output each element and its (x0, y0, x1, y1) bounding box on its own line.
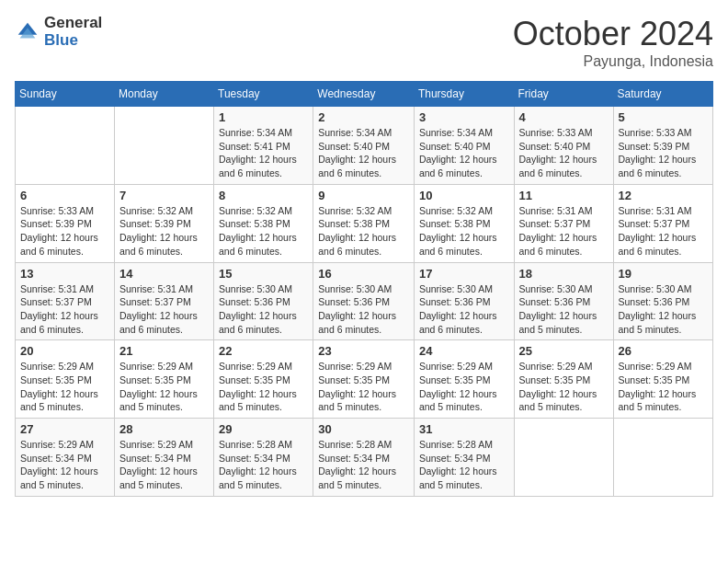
day-info: Sunrise: 5:32 AM Sunset: 5:38 PM Dayligh… (219, 204, 308, 259)
day-info: Sunrise: 5:34 AM Sunset: 5:40 PM Dayligh… (318, 126, 409, 180)
day-info: Sunrise: 5:34 AM Sunset: 5:41 PM Dayligh… (219, 126, 308, 180)
weekday-header: Thursday (414, 82, 514, 107)
calendar-cell: 15Sunrise: 5:30 AM Sunset: 5:36 PM Dayli… (214, 262, 313, 340)
calendar-cell: 23Sunrise: 5:29 AM Sunset: 5:35 PM Dayli… (313, 340, 415, 419)
day-number: 31 (419, 422, 509, 436)
calendar-cell: 20Sunrise: 5:29 AM Sunset: 5:35 PM Dayli… (16, 340, 115, 419)
day-info: Sunrise: 5:29 AM Sunset: 5:35 PM Dayligh… (20, 360, 109, 414)
page-header: General Blue October 2024 Payunga, Indon… (15, 15, 713, 70)
calendar-cell: 3Sunrise: 5:34 AM Sunset: 5:40 PM Daylig… (414, 107, 514, 185)
day-info: Sunrise: 5:28 AM Sunset: 5:34 PM Dayligh… (318, 438, 409, 492)
calendar-cell: 2Sunrise: 5:34 AM Sunset: 5:40 PM Daylig… (313, 107, 415, 185)
calendar-cell: 4Sunrise: 5:33 AM Sunset: 5:40 PM Daylig… (514, 107, 613, 185)
day-info: Sunrise: 5:33 AM Sunset: 5:40 PM Dayligh… (519, 126, 609, 180)
day-number: 28 (119, 422, 209, 436)
calendar-cell: 6Sunrise: 5:33 AM Sunset: 5:39 PM Daylig… (16, 184, 115, 262)
calendar-week-row: 13Sunrise: 5:31 AM Sunset: 5:37 PM Dayli… (16, 262, 713, 340)
calendar-cell: 11Sunrise: 5:31 AM Sunset: 5:37 PM Dayli… (514, 184, 613, 262)
calendar-cell: 21Sunrise: 5:29 AM Sunset: 5:35 PM Dayli… (115, 340, 214, 419)
calendar-cell: 5Sunrise: 5:33 AM Sunset: 5:39 PM Daylig… (613, 107, 712, 185)
day-number: 23 (318, 344, 409, 358)
calendar-header-row: SundayMondayTuesdayWednesdayThursdayFrid… (16, 82, 713, 107)
day-info: Sunrise: 5:29 AM Sunset: 5:35 PM Dayligh… (318, 360, 409, 414)
day-info: Sunrise: 5:29 AM Sunset: 5:34 PM Dayligh… (20, 438, 109, 492)
calendar-cell: 31Sunrise: 5:28 AM Sunset: 5:34 PM Dayli… (414, 419, 514, 497)
logo-general: General (44, 15, 102, 32)
day-info: Sunrise: 5:30 AM Sunset: 5:36 PM Dayligh… (519, 282, 609, 337)
calendar-cell: 30Sunrise: 5:28 AM Sunset: 5:34 PM Dayli… (313, 419, 415, 497)
calendar-cell: 17Sunrise: 5:30 AM Sunset: 5:36 PM Dayli… (414, 262, 514, 340)
weekday-header: Wednesday (313, 82, 415, 107)
calendar-cell: 14Sunrise: 5:31 AM Sunset: 5:37 PM Dayli… (115, 262, 214, 340)
logo: General Blue (15, 15, 102, 49)
calendar-cell: 25Sunrise: 5:29 AM Sunset: 5:35 PM Dayli… (514, 340, 613, 419)
day-info: Sunrise: 5:30 AM Sunset: 5:36 PM Dayligh… (619, 282, 708, 337)
calendar-cell: 28Sunrise: 5:29 AM Sunset: 5:34 PM Dayli… (115, 419, 214, 497)
weekday-header: Friday (514, 82, 613, 107)
calendar-cell: 13Sunrise: 5:31 AM Sunset: 5:37 PM Dayli… (16, 262, 115, 340)
calendar-week-row: 1Sunrise: 5:34 AM Sunset: 5:41 PM Daylig… (16, 107, 713, 185)
calendar-cell: 26Sunrise: 5:29 AM Sunset: 5:35 PM Dayli… (613, 340, 712, 419)
day-number: 17 (419, 267, 509, 281)
calendar-cell: 22Sunrise: 5:29 AM Sunset: 5:35 PM Dayli… (214, 340, 313, 419)
day-number: 10 (419, 189, 509, 202)
day-info: Sunrise: 5:34 AM Sunset: 5:40 PM Dayligh… (419, 126, 509, 180)
day-number: 24 (419, 344, 509, 358)
weekday-header: Tuesday (214, 82, 313, 107)
day-info: Sunrise: 5:31 AM Sunset: 5:37 PM Dayligh… (119, 282, 209, 337)
calendar-cell: 29Sunrise: 5:28 AM Sunset: 5:34 PM Dayli… (214, 419, 313, 497)
day-number: 14 (119, 267, 209, 281)
day-info: Sunrise: 5:29 AM Sunset: 5:35 PM Dayligh… (519, 360, 609, 414)
day-number: 8 (219, 189, 308, 202)
calendar-cell: 27Sunrise: 5:29 AM Sunset: 5:34 PM Dayli… (16, 419, 115, 497)
day-number: 5 (619, 110, 708, 124)
day-number: 18 (519, 267, 609, 281)
day-number: 21 (119, 344, 209, 358)
day-number: 16 (318, 267, 409, 281)
day-info: Sunrise: 5:29 AM Sunset: 5:35 PM Dayligh… (119, 360, 209, 414)
calendar-cell (514, 419, 613, 497)
location-title: Payunga, Indonesia (513, 53, 713, 70)
month-title: October 2024 (513, 15, 713, 53)
day-number: 29 (219, 422, 308, 436)
day-info: Sunrise: 5:32 AM Sunset: 5:38 PM Dayligh… (419, 204, 509, 259)
calendar-week-row: 20Sunrise: 5:29 AM Sunset: 5:35 PM Dayli… (16, 340, 713, 419)
calendar-cell: 18Sunrise: 5:30 AM Sunset: 5:36 PM Dayli… (514, 262, 613, 340)
weekday-header: Sunday (16, 82, 115, 107)
day-number: 2 (318, 110, 409, 124)
day-info: Sunrise: 5:30 AM Sunset: 5:36 PM Dayligh… (318, 282, 409, 337)
day-number: 20 (20, 344, 109, 358)
logo-icon (15, 19, 40, 45)
day-number: 22 (219, 344, 308, 358)
day-info: Sunrise: 5:29 AM Sunset: 5:35 PM Dayligh… (419, 360, 509, 414)
day-info: Sunrise: 5:28 AM Sunset: 5:34 PM Dayligh… (219, 438, 308, 492)
day-number: 13 (20, 267, 109, 281)
day-info: Sunrise: 5:33 AM Sunset: 5:39 PM Dayligh… (20, 204, 109, 259)
logo-blue: Blue (44, 32, 102, 50)
calendar-cell: 19Sunrise: 5:30 AM Sunset: 5:36 PM Dayli… (613, 262, 712, 340)
day-number: 6 (20, 189, 109, 202)
day-number: 27 (20, 422, 109, 436)
calendar-week-row: 27Sunrise: 5:29 AM Sunset: 5:34 PM Dayli… (16, 419, 713, 497)
day-number: 9 (318, 189, 409, 202)
day-number: 15 (219, 267, 308, 281)
day-number: 30 (318, 422, 409, 436)
day-number: 11 (519, 189, 609, 202)
day-number: 12 (619, 189, 708, 202)
calendar-cell: 12Sunrise: 5:31 AM Sunset: 5:37 PM Dayli… (613, 184, 712, 262)
calendar-cell (16, 107, 115, 185)
day-info: Sunrise: 5:28 AM Sunset: 5:34 PM Dayligh… (419, 438, 509, 492)
day-number: 7 (119, 189, 209, 202)
day-info: Sunrise: 5:31 AM Sunset: 5:37 PM Dayligh… (20, 282, 109, 337)
calendar-cell (613, 419, 712, 497)
calendar-week-row: 6Sunrise: 5:33 AM Sunset: 5:39 PM Daylig… (16, 184, 713, 262)
weekday-header: Monday (115, 82, 214, 107)
logo-text: General Blue (44, 15, 102, 49)
weekday-header: Saturday (613, 82, 712, 107)
day-number: 19 (619, 267, 708, 281)
calendar-table: SundayMondayTuesdayWednesdayThursdayFrid… (15, 81, 713, 497)
day-number: 1 (219, 110, 308, 124)
day-info: Sunrise: 5:32 AM Sunset: 5:39 PM Dayligh… (119, 204, 209, 259)
calendar-cell: 7Sunrise: 5:32 AM Sunset: 5:39 PM Daylig… (115, 184, 214, 262)
calendar-cell: 1Sunrise: 5:34 AM Sunset: 5:41 PM Daylig… (214, 107, 313, 185)
